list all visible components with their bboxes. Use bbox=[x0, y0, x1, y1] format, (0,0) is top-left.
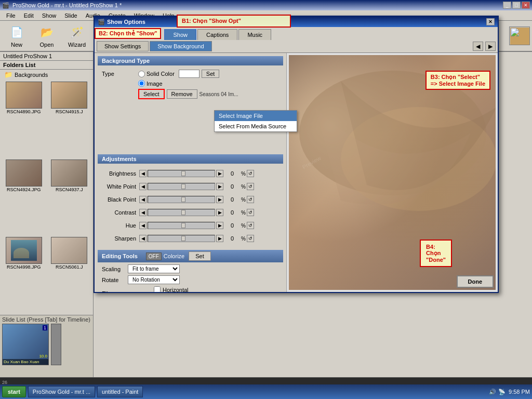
preview-leaves: Preview bbox=[289, 55, 496, 290]
contrast-left-btn[interactable]: ◀ bbox=[139, 209, 147, 216]
annotation-b3: B3: Chọn "Select" => Select Image File bbox=[425, 71, 490, 90]
whitepoint-reset-btn[interactable]: ↺ bbox=[247, 183, 254, 190]
flip-horizontal-option[interactable]: Horizontal bbox=[154, 286, 189, 292]
toolbar-new[interactable]: 📄 New bbox=[2, 22, 31, 50]
maximize-btn[interactable]: □ bbox=[512, 2, 521, 9]
dialog-right-panel: Preview B3: Chọn "Select" => Select Imag… bbox=[287, 53, 498, 292]
rotate-select[interactable]: No Rotation bbox=[128, 275, 180, 284]
taskbar-proshow[interactable]: ProShow Gold - mr.t ... bbox=[28, 386, 95, 397]
rotate-row: Rotate No Rotation bbox=[102, 275, 279, 284]
blackpoint-right-btn[interactable]: ▶ bbox=[216, 196, 223, 203]
contrast-track: ◀ ▶ 0 % ↺ bbox=[139, 209, 254, 216]
thumb-rscn4924[interactable]: RSCN4924.JPG bbox=[2, 159, 46, 235]
brightness-left-btn[interactable]: ◀ bbox=[139, 170, 147, 177]
taskbar-paint[interactable]: untitled - Paint bbox=[97, 386, 143, 397]
hue-value: 0 bbox=[224, 222, 240, 229]
toolbar-open[interactable]: 📂 Open bbox=[32, 22, 61, 50]
dialog-subtab-showbackground[interactable]: Show Background bbox=[150, 41, 211, 51]
dialog-subtab-showsettings[interactable]: Show Settings bbox=[97, 41, 149, 51]
slide-thumb-scrollend[interactable] bbox=[51, 324, 61, 365]
image-filename: Seasons 04 Im... bbox=[200, 91, 238, 97]
taskbar-tray: 🔊 📡 bbox=[489, 389, 506, 395]
remove-button[interactable]: Remove bbox=[167, 89, 197, 99]
select-from-media-item[interactable]: Select From Media Source bbox=[215, 121, 287, 131]
thumb-rscn4915[interactable]: RSCN4915.J bbox=[48, 82, 91, 157]
menu-edit[interactable]: Edit bbox=[20, 11, 38, 20]
menu-file[interactable]: File bbox=[2, 11, 20, 20]
color-set-button[interactable]: Set bbox=[202, 70, 220, 78]
thumb-rscn4998[interactable]: RSCN4998.JPG bbox=[2, 237, 46, 313]
dialog-tab-music[interactable]: Music bbox=[238, 29, 271, 40]
toolbar-wizard[interactable]: 🪄 Wizard bbox=[62, 22, 91, 50]
thumb-rscn5061[interactable]: RSCN5061.J bbox=[48, 237, 91, 313]
hue-reset-btn[interactable]: ↺ bbox=[247, 222, 254, 229]
contrast-right-btn[interactable]: ▶ bbox=[216, 209, 223, 216]
preview-image: Preview B3: Chọn "Select" => Select Imag… bbox=[289, 55, 496, 290]
folder-icon: 📁 bbox=[4, 71, 12, 78]
sharpen-reset-btn[interactable]: ↺ bbox=[247, 235, 254, 242]
thumb-rscn4937[interactable]: RSCN4937.J bbox=[48, 159, 91, 235]
blackpoint-track: ◀ ▶ 0 % ↺ bbox=[139, 196, 254, 203]
slide-thumb-1[interactable]: Du Xuan Bao Xuan 1 10.0 bbox=[2, 324, 49, 365]
annotation-b1: B1: Chọn "Show Opt" bbox=[177, 15, 291, 28]
brightness-pct: % bbox=[241, 171, 246, 177]
slide-list-area: Slide List (Press [Tab] for Timeline) Du… bbox=[0, 315, 93, 377]
dialog-tab-show[interactable]: Show bbox=[164, 29, 196, 40]
brightness-track: ◀ ▶ 0 % ↺ bbox=[139, 170, 254, 177]
toggle-off-label[interactable]: OFF bbox=[146, 252, 162, 260]
brightness-slider[interactable] bbox=[148, 170, 215, 177]
solid-color-radio-option[interactable]: Solid Color bbox=[138, 71, 175, 77]
select-button[interactable]: Select bbox=[138, 89, 165, 99]
adjustments-header: Adjustments bbox=[98, 154, 283, 164]
nav-prev-arrow[interactable]: ◀ bbox=[473, 42, 483, 51]
contrast-label: Contrast bbox=[102, 209, 139, 216]
whitepoint-value: 0 bbox=[224, 183, 240, 190]
dialog-tabs: B2: Chọn thẻ "Show" Show Captions Music bbox=[95, 27, 498, 40]
image-radio[interactable] bbox=[138, 80, 145, 87]
close-btn[interactable]: ✕ bbox=[522, 2, 530, 9]
menu-show[interactable]: Show bbox=[38, 11, 61, 20]
contrast-slider[interactable] bbox=[148, 209, 215, 216]
sharpen-slider[interactable] bbox=[148, 235, 215, 242]
contrast-row: Contrast ◀ ▶ 0 % ↺ bbox=[102, 207, 279, 218]
menu-slide[interactable]: Slide bbox=[60, 11, 81, 20]
color-swatch[interactable] bbox=[179, 70, 200, 78]
slide-num-1: 1 bbox=[43, 325, 47, 330]
dialog-close-button[interactable]: ✕ bbox=[486, 18, 495, 25]
brightness-value: 0 bbox=[224, 170, 240, 177]
hue-left-btn[interactable]: ◀ bbox=[139, 222, 147, 229]
dialog-tab-captions[interactable]: Captions bbox=[197, 29, 237, 40]
contrast-reset-btn[interactable]: ↺ bbox=[247, 209, 254, 216]
contrast-value: 0 bbox=[224, 209, 240, 216]
titlebar: 🎬 ProShow Gold - mr.t - Untitled ProShow… bbox=[0, 0, 532, 10]
minimize-btn[interactable]: _ bbox=[503, 2, 511, 9]
whitepoint-slider[interactable] bbox=[148, 183, 215, 190]
thumb-rscn4890[interactable]: RSCN4890.JPG bbox=[2, 82, 46, 157]
brightness-reset-btn[interactable]: ↺ bbox=[247, 170, 254, 177]
whitepoint-right-btn[interactable]: ▶ bbox=[216, 183, 223, 190]
hue-slider[interactable] bbox=[148, 222, 215, 229]
select-image-file-item[interactable]: Select Image File bbox=[215, 111, 287, 121]
hue-right-btn[interactable]: ▶ bbox=[216, 222, 223, 229]
show-options-dialog: 🎬 Show Options ✕ B2: Chọn thẻ "Show" Sho… bbox=[94, 16, 499, 293]
whitepoint-label: White Point bbox=[102, 183, 139, 190]
sharpen-left-btn[interactable]: ◀ bbox=[139, 235, 147, 242]
thumb-img-4 bbox=[51, 159, 87, 187]
whitepoint-left-btn[interactable]: ◀ bbox=[139, 183, 147, 190]
brightness-right-btn[interactable]: ▶ bbox=[216, 170, 223, 177]
done-button[interactable]: Done bbox=[457, 275, 494, 288]
blackpoint-reset-btn[interactable]: ↺ bbox=[247, 196, 254, 203]
dialog-subtab-nav: ◀ ▶ bbox=[473, 41, 496, 51]
taskbar-clock: 🔊 📡 9:58 PM bbox=[489, 389, 530, 395]
scaling-select[interactable]: Fit to frame bbox=[128, 264, 180, 273]
nav-next-arrow[interactable]: ▶ bbox=[485, 42, 496, 51]
sharpen-right-btn[interactable]: ▶ bbox=[216, 235, 223, 242]
solid-color-radio[interactable] bbox=[138, 71, 145, 77]
image-radio-option[interactable]: Image bbox=[138, 80, 163, 87]
colorize-set-button[interactable]: Set bbox=[189, 251, 211, 261]
blackpoint-slider[interactable] bbox=[148, 196, 215, 203]
start-button[interactable]: start bbox=[2, 386, 26, 397]
flip-horizontal-checkbox[interactable] bbox=[154, 286, 161, 292]
folder-backgrounds[interactable]: 📁 Backgrounds bbox=[0, 70, 93, 79]
blackpoint-left-btn[interactable]: ◀ bbox=[139, 196, 147, 203]
